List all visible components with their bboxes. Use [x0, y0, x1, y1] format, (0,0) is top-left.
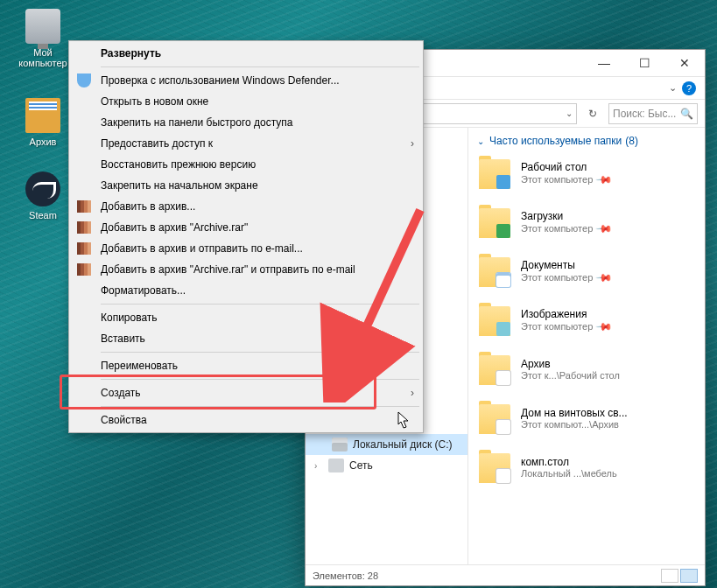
desktop-icon-steam[interactable]: Steam [12, 172, 74, 220]
context-item-label: Создать [101, 387, 141, 399]
context-item[interactable]: Проверка с использованием Windows Defend… [71, 70, 421, 91]
context-separator [101, 66, 419, 67]
folder-icon [477, 352, 512, 387]
context-item-label: Проверка с использованием Windows Defend… [101, 74, 340, 87]
group-count: (8) [625, 135, 638, 147]
context-separator [101, 352, 419, 353]
network-icon [328, 458, 344, 472]
folder-name: Архив [521, 358, 620, 370]
folder-location: Этот компьютер 📌 [521, 173, 611, 186]
close-button[interactable]: ✕ [664, 50, 705, 76]
context-item[interactable]: Создать› [71, 382, 421, 403]
folder-icon [477, 205, 512, 240]
context-item[interactable]: Закрепить на начальном экране [71, 175, 421, 196]
context-item[interactable]: Предоставить доступ к› [71, 133, 421, 154]
folder-item[interactable]: Рабочий столЭтот компьютер 📌 [477, 154, 696, 192]
context-item-label: Переименовать [101, 360, 178, 372]
context-item[interactable]: Свойства [71, 410, 421, 430]
group-title: Часто используемые папки [489, 135, 622, 147]
context-item[interactable]: Открыть в новом окне [71, 91, 421, 112]
drive-icon [332, 438, 348, 452]
winrar-icon [76, 241, 92, 256]
expand-icon[interactable]: › [314, 461, 323, 471]
context-item-label: Добавить в архив и отправить по e-mail..… [101, 242, 303, 255]
context-item[interactable]: Добавить в архив "Archive.rar" и отправи… [71, 259, 421, 280]
status-items-label: Элементов: [313, 570, 365, 581]
ribbon-collapse-icon[interactable]: ⌄ [669, 82, 677, 94]
context-item[interactable]: Восстановить прежнюю версию [71, 154, 421, 175]
desktop-icon-label: Мой компьютер [12, 47, 74, 68]
folder-item[interactable]: АрхивЭтот к...\Рабочий стол [477, 350, 696, 388]
context-item-label: Добавить в архив "Archive.rar" и отправи… [101, 263, 355, 276]
context-separator [101, 379, 419, 380]
folder-item[interactable]: Дом на винтовых св...Этот компьют...\Арх… [477, 399, 696, 438]
folder-name: Дом на винтовых св... [521, 407, 628, 419]
folder-location: Этот компьютер 📌 [521, 222, 611, 234]
winrar-icon [76, 220, 92, 235]
context-item[interactable]: Добавить в архив и отправить по e-mail..… [71, 238, 421, 259]
folder-name: Рабочий стол [521, 161, 611, 173]
nav-item-label: Сеть [349, 459, 373, 472]
nav-item-local-disk[interactable]: Локальный диск (С:) [306, 434, 467, 455]
context-menu: РазвернутьПроверка с использованием Wind… [68, 40, 424, 433]
view-tiles-button[interactable] [680, 569, 698, 583]
context-item-label: Восстановить прежнюю версию [101, 158, 256, 171]
search-input[interactable]: Поиск: Быс... 🔍 [608, 103, 698, 124]
folder-item[interactable]: ЗагрузкиЭтот компьютер 📌 [477, 203, 696, 242]
pin-icon: 📌 [596, 171, 615, 189]
folder-location: Этот компьютер 📌 [521, 320, 611, 332]
folder-name: комп.стол [521, 456, 617, 468]
folder-item[interactable]: ДокументыЭтот компьютер 📌 [477, 252, 696, 290]
folder-name: Документы [521, 259, 611, 271]
folder-name: Загрузки [521, 210, 611, 222]
context-item[interactable]: Закрепить на панели быстрого доступа [71, 112, 421, 133]
chevron-right-icon: › [411, 137, 414, 150]
context-item[interactable]: Переименовать [71, 355, 421, 376]
context-item-label: Копировать [101, 312, 158, 324]
monitor-icon [25, 9, 60, 44]
context-item[interactable]: Вставить [71, 328, 421, 349]
context-item[interactable]: Копировать [71, 307, 421, 328]
nav-item-label: Локальный диск (С:) [353, 438, 453, 451]
folder-item[interactable]: ИзображенияЭтот компьютер 📌 [477, 301, 696, 340]
context-item[interactable]: Форматировать... [71, 280, 421, 301]
chevron-right-icon: › [411, 387, 414, 399]
context-item-label: Предоставить доступ к [101, 137, 213, 150]
desktop-icon-my-computer[interactable]: Мой компьютер [12, 9, 74, 68]
folder-icon [477, 254, 512, 289]
context-item-label: Развернуть [101, 47, 161, 60]
folder-location: Этот компьютер 📌 [521, 271, 611, 284]
shield-icon [76, 73, 92, 88]
desktop-icon-archive[interactable]: Архив [12, 98, 74, 147]
context-item[interactable]: Добавить в архив "Archive.rar" [71, 217, 421, 238]
folder-icon [477, 450, 512, 485]
steam-icon [25, 172, 60, 206]
desktop-icon-label: Архив [12, 136, 74, 147]
maximize-button[interactable]: ☐ [624, 50, 664, 76]
chevron-down-icon[interactable]: ⌄ [566, 108, 573, 118]
pin-icon: 📌 [596, 318, 615, 336]
chevron-down-icon: ⌄ [477, 136, 484, 146]
group-header[interactable]: ⌄ Часто используемые папки (8) [477, 135, 696, 147]
help-icon[interactable]: ? [682, 81, 696, 95]
pin-icon: 📌 [596, 269, 615, 287]
status-bar: Элементов: 28 [306, 564, 705, 585]
archive-icon [25, 98, 60, 133]
folder-location: Локальный ...\мебель [521, 468, 617, 479]
desktop-icon-label: Steam [12, 210, 74, 220]
folder-name: Изображения [521, 308, 611, 320]
view-details-button[interactable] [661, 569, 678, 583]
context-item-label: Свойства [101, 414, 147, 426]
folder-item[interactable]: комп.столЛокальный ...\мебель [477, 448, 696, 486]
minimize-button[interactable]: — [584, 50, 624, 76]
folder-icon [477, 401, 512, 436]
winrar-icon [76, 262, 92, 277]
refresh-button[interactable]: ↻ [582, 103, 603, 124]
context-item[interactable]: Добавить в архив... [71, 196, 421, 217]
content-pane: ⌄ Часто используемые папки (8) Рабочий с… [468, 128, 705, 564]
search-placeholder: Поиск: Быс... [613, 108, 676, 120]
nav-item-network[interactable]: › Сеть [306, 455, 467, 476]
context-separator [101, 406, 419, 407]
context-item[interactable]: Развернуть [71, 43, 421, 64]
folder-location: Этот компьют...\Архив [521, 419, 628, 430]
